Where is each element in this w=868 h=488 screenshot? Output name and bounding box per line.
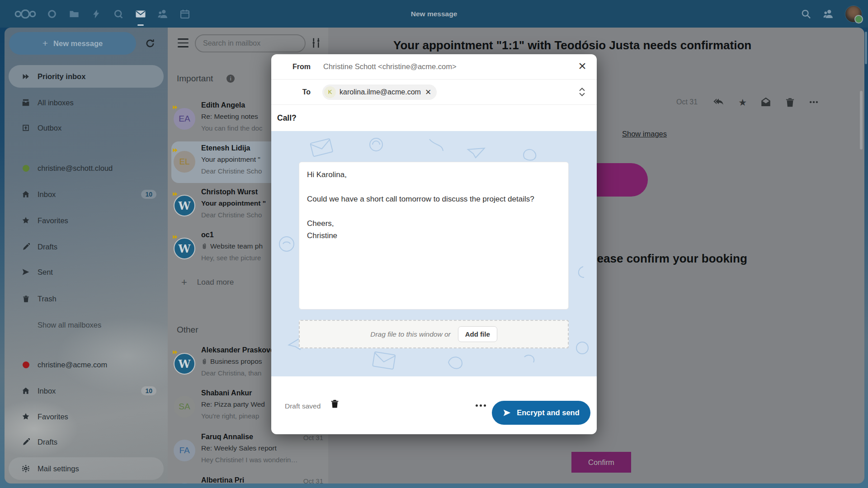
- content-scrollbar[interactable]: [860, 91, 863, 150]
- to-label: To: [271, 88, 311, 96]
- important-flag-icon: [172, 234, 178, 240]
- app-icon-contacts[interactable]: [151, 0, 174, 28]
- booking-heading: Please confirm your booking: [586, 252, 747, 266]
- sidebar-item-inbox[interactable]: Inbox 10: [9, 183, 164, 206]
- body-line: [307, 205, 561, 217]
- outbox-icon: [20, 124, 31, 132]
- app-icon-nextcloud[interactable]: [10, 9, 41, 19]
- dot-red-icon: [20, 361, 31, 368]
- user-avatar[interactable]: [845, 6, 862, 22]
- info-icon[interactable]: i: [226, 75, 235, 83]
- app-icon-search[interactable]: [107, 0, 129, 28]
- subject-value: Call?: [277, 113, 297, 123]
- from-label: From: [271, 63, 311, 71]
- section-header-important: Important i: [177, 73, 235, 84]
- unread-count-badge: 10: [141, 190, 156, 199]
- contacts-menu-icon[interactable]: [823, 9, 834, 19]
- page-scrollbar[interactable]: [865, 32, 867, 64]
- unified-search-icon[interactable]: [801, 9, 811, 19]
- attachment-dropzone[interactable]: Drag file to this window or Add file: [299, 320, 569, 348]
- sidebar-item-favorites[interactable]: Favorites: [9, 209, 164, 232]
- sender-avatar: EA: [174, 108, 195, 130]
- window-title: New message: [411, 0, 458, 28]
- search-input[interactable]: [195, 34, 306, 52]
- sidebar-item-priority-inbox[interactable]: Priority inbox: [9, 65, 164, 88]
- recipient-chip[interactable]: K karolina.ilme@acme.com ×: [322, 84, 437, 100]
- favorite-star-icon[interactable]: ★: [738, 98, 747, 107]
- all-inboxes-icon: [20, 99, 31, 107]
- attachment-icon: [201, 358, 208, 365]
- sidebar-item-label: Mail settings: [38, 465, 79, 473]
- wordpress-logo-avatar: W: [174, 353, 195, 375]
- sidebar-item-drafts[interactable]: Drafts: [9, 235, 164, 258]
- encrypt-and-send-button[interactable]: Encrypt and send: [492, 401, 590, 425]
- message-row-faruq-annalise[interactable]: FA Faruq Annalise Re: Weekly Sales repor…: [168, 430, 328, 472]
- sidebar-item-drafts-2[interactable]: Drafts: [9, 431, 164, 453]
- more-send-options-icon[interactable]: [476, 404, 486, 407]
- app-icon-mail[interactable]: [129, 0, 151, 28]
- app-icon-dashboard[interactable]: [41, 0, 63, 28]
- add-file-button[interactable]: Add file: [458, 326, 497, 342]
- important-flag-icon: [172, 104, 178, 110]
- compose-modal: × From Christine Schott <christine@acme.…: [271, 54, 597, 434]
- sidebar-item-label: All inboxes: [38, 99, 74, 107]
- important-flag-icon: [172, 349, 178, 355]
- message-subject: Re: Weekly Sales report: [201, 444, 328, 452]
- subject-row[interactable]: Call?: [271, 105, 597, 131]
- new-message-button[interactable]: + New message: [9, 32, 136, 55]
- expand-cc-bcc-icon[interactable]: [579, 88, 585, 96]
- more-actions-icon[interactable]: [809, 97, 819, 107]
- filter-icon[interactable]: [310, 37, 322, 49]
- app-navigation: [10, 0, 196, 28]
- pencil-icon: [20, 243, 31, 251]
- section-label: Important: [177, 74, 213, 84]
- app-icon-activity[interactable]: [85, 0, 107, 28]
- sender-avatar: SA: [174, 396, 195, 418]
- recipient-avatar: K: [324, 86, 336, 98]
- app-icon-calendar[interactable]: [174, 0, 196, 28]
- reply-all-icon[interactable]: [713, 96, 725, 108]
- sidebar-item-inbox-2[interactable]: Inbox 10: [9, 380, 164, 402]
- important-flag-icon: [172, 147, 178, 153]
- send-icon: [20, 268, 31, 276]
- sidebar-item-outbox[interactable]: Outbox: [9, 117, 164, 139]
- sidebar-item-sent[interactable]: Sent: [9, 261, 164, 283]
- discard-draft-icon[interactable]: [330, 399, 340, 408]
- remove-recipient-icon[interactable]: ×: [425, 87, 432, 97]
- app-icon-files[interactable]: [63, 0, 85, 28]
- confirm-booking-button[interactable]: Confirm: [571, 452, 631, 473]
- draft-status: Draft saved: [285, 402, 321, 410]
- delete-icon[interactable]: [785, 97, 795, 108]
- message-row-albertina-pri[interactable]: Albertina Pri Oct 31: [168, 474, 328, 483]
- trash-icon: [20, 295, 31, 303]
- sidebar-item-favorites-2[interactable]: Favorites: [9, 405, 164, 428]
- sidebar-item-christine-schott-cloud[interactable]: christine@schott.cloud: [9, 157, 164, 179]
- compose-body-area: Hi Karolina,Could we have a short call t…: [271, 131, 597, 376]
- sidebar-item-christine-acme-com[interactable]: christine@acme.com: [9, 353, 164, 376]
- sidebar-item-all-inboxes[interactable]: All inboxes: [9, 91, 164, 114]
- refresh-icon[interactable]: [144, 37, 156, 50]
- mark-unread-icon[interactable]: [760, 97, 771, 108]
- sidebar-item-trash[interactable]: Trash: [9, 287, 164, 310]
- show-images-link[interactable]: Show images: [622, 130, 667, 138]
- load-more-label: Load more: [197, 278, 234, 287]
- sidebar-item-label: Inbox: [38, 190, 56, 199]
- sidebar-item-label: Drafts: [38, 438, 57, 446]
- sidebar-item-label: christine@acme.com: [38, 361, 107, 369]
- message-body-editor[interactable]: Hi Karolina,Could we have a short call t…: [299, 162, 569, 310]
- menu-toggle-icon[interactable]: [178, 38, 189, 47]
- star-icon: [20, 413, 31, 421]
- online-status-dot: [854, 15, 863, 23]
- message-date: Oct 31: [303, 434, 323, 441]
- plus-icon: +: [181, 277, 187, 288]
- sidebar-item-show-all-mailboxes[interactable]: Show all mailboxes: [9, 314, 164, 336]
- message-preview: Hey Christine! I was wonderin…: [201, 456, 328, 464]
- home-icon: [20, 190, 31, 198]
- sender-avatar: EL: [174, 151, 195, 173]
- from-value[interactable]: Christine Schott <christine@acme.com>: [323, 62, 457, 71]
- load-more-button[interactable]: + Load more: [181, 276, 234, 289]
- sender-avatar: [174, 483, 195, 483]
- email-date: Oct 31: [676, 98, 698, 106]
- sidebar-item-mail-settings-2[interactable]: Mail settings: [9, 457, 164, 480]
- section-header-other: Other: [177, 324, 198, 336]
